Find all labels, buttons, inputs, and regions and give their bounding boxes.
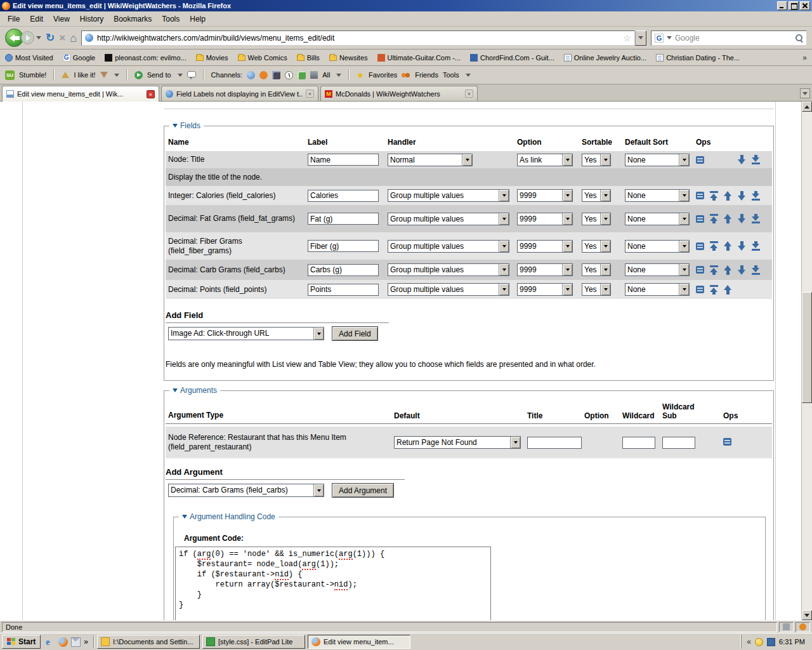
scrollbar-thumb[interactable] — [802, 292, 812, 403]
url-bar[interactable]: http://wikiweightwatchers.com/admin/buil… — [81, 30, 635, 46]
move-to-top-icon[interactable] — [710, 241, 718, 251]
handler-select[interactable]: Normal — [388, 154, 473, 166]
move-to-top-icon[interactable] — [710, 265, 718, 275]
move-up-icon[interactable] — [724, 285, 732, 295]
scroll-down-button[interactable] — [802, 610, 812, 620]
move-down-icon[interactable] — [738, 191, 746, 201]
bookmark-most-visited[interactable]: Most Visited — [5, 54, 53, 62]
tab-close-icon[interactable]: × — [306, 90, 314, 98]
channel-globe-icon[interactable] — [247, 71, 255, 79]
menu-tools[interactable]: Tools — [157, 13, 185, 25]
bookmark-folder-web-comics[interactable]: Web Comics — [238, 54, 287, 62]
menu-file[interactable]: File — [3, 13, 25, 25]
stop-icon[interactable]: × — [59, 32, 65, 43]
tray-icon-app[interactable] — [767, 638, 775, 646]
internet-explorer-icon[interactable]: e — [46, 637, 55, 647]
move-to-top-icon[interactable] — [710, 191, 718, 201]
task-button-documents[interactable]: I:\Documents and Settin... — [97, 635, 200, 649]
bookmark-folder-newsites[interactable]: Newsites — [329, 54, 368, 62]
move-to-bottom-icon[interactable] — [752, 155, 760, 164]
argument-code-box[interactable]: if (arg(0) == 'node' && is_numeric(arg(1… — [175, 547, 491, 620]
bookmark-star-icon[interactable]: ☆ — [623, 34, 631, 43]
tab-field-labels[interactable]: Field Labels not displaying in EditView … — [161, 86, 318, 101]
google-engine-icon[interactable]: G — [655, 34, 664, 43]
fields-legend[interactable]: Fields — [169, 121, 204, 130]
vertical-scrollbar[interactable] — [801, 102, 812, 620]
task-button-editpad[interactable]: [style.css] - EditPad Lite — [202, 635, 305, 649]
sortable-select[interactable]: Yes — [582, 154, 611, 166]
move-down-icon[interactable] — [738, 265, 746, 275]
bookmark-folder-bills[interactable]: Bills — [297, 54, 320, 62]
argument-wildcard-sub-input[interactable] — [662, 437, 695, 449]
menu-history[interactable]: History — [75, 13, 108, 25]
history-dropdown-icon[interactable] — [36, 36, 41, 39]
channel-games-icon[interactable] — [298, 71, 306, 79]
tab-mcdonalds[interactable]: M McDonalds | WikiWeightWatchers × — [320, 86, 478, 101]
bookmark-google[interactable]: GGoogle — [63, 54, 95, 62]
move-up-icon[interactable] — [724, 214, 732, 223]
channel-clock-icon[interactable] — [285, 71, 293, 79]
url-text[interactable]: http://wikiweightwatchers.com/admin/buil… — [97, 34, 619, 43]
add-argument-select[interactable]: Decimal: Carb Grams (field_carbs) — [168, 484, 324, 497]
stumble-button[interactable]: Stumble! — [19, 71, 46, 79]
handler-select[interactable]: Group multiple values — [388, 263, 509, 276]
field-label-input[interactable] — [308, 213, 379, 225]
bookmark-online-jewelry[interactable]: Online Jewelry Auctio... — [564, 54, 646, 62]
field-settings-icon[interactable] — [696, 192, 704, 199]
status-panel-1[interactable] — [779, 622, 794, 632]
default-sort-select[interactable]: None — [625, 283, 690, 296]
field-label-input[interactable] — [308, 284, 379, 296]
field-settings-icon[interactable] — [696, 156, 704, 164]
field-label-input[interactable] — [308, 154, 379, 166]
default-sort-select[interactable]: None — [625, 154, 690, 166]
handler-select[interactable]: Group multiple values — [388, 240, 509, 253]
tab-close-icon[interactable]: × — [147, 90, 155, 98]
dropdown-arrow-icon[interactable] — [336, 74, 341, 77]
argument-title-input[interactable] — [527, 437, 582, 449]
move-up-icon[interactable] — [724, 265, 732, 275]
search-box[interactable]: G Google — [651, 30, 807, 46]
search-icon[interactable] — [795, 34, 803, 42]
sortable-select[interactable]: Yes — [582, 283, 611, 296]
url-dropdown-button[interactable] — [635, 30, 646, 46]
option-select[interactable]: As link — [517, 154, 573, 166]
argument-wildcard-input[interactable] — [622, 437, 655, 449]
start-button[interactable]: Start — [2, 635, 41, 649]
field-label-input[interactable] — [308, 240, 379, 252]
status-panel-2[interactable] — [796, 622, 810, 632]
option-select[interactable]: 9999 — [517, 283, 573, 296]
send-to-button[interactable]: Send to — [147, 71, 171, 79]
field-settings-icon[interactable] — [696, 266, 704, 274]
add-argument-button[interactable]: Add Argument — [332, 483, 394, 498]
bookmark-chordfind[interactable]: ChordFind.Com - Guit... — [470, 54, 554, 62]
option-select[interactable]: 9999 — [517, 213, 573, 225]
tools-dropdown[interactable]: Tools — [443, 71, 459, 79]
move-down-icon[interactable] — [738, 241, 746, 251]
menu-edit[interactable]: Edit — [25, 13, 48, 25]
move-to-bottom-icon[interactable] — [752, 265, 760, 275]
move-to-top-icon[interactable] — [710, 214, 718, 223]
home-icon[interactable]: ⌂ — [70, 32, 77, 44]
sortable-select[interactable]: Yes — [582, 240, 611, 253]
menu-view[interactable]: View — [48, 13, 75, 25]
comment-bubble-icon[interactable] — [187, 71, 196, 77]
argument-default-select[interactable]: Return Page Not Found — [394, 436, 521, 449]
firefox-quicklaunch-icon[interactable] — [58, 637, 68, 647]
scroll-up-button[interactable] — [802, 102, 812, 112]
list-all-tabs-button[interactable] — [800, 88, 810, 98]
move-up-icon[interactable] — [724, 191, 732, 201]
refresh-icon[interactable]: ↻ — [46, 32, 55, 43]
like-button[interactable]: I like it! — [74, 71, 95, 79]
move-to-bottom-icon[interactable] — [752, 241, 760, 251]
mail-icon[interactable] — [71, 637, 81, 647]
friends-button[interactable]: Friends — [415, 71, 438, 79]
sortable-select[interactable]: Yes — [582, 189, 611, 202]
maximize-button[interactable] — [789, 1, 799, 10]
default-sort-select[interactable]: None — [625, 263, 690, 276]
field-settings-icon[interactable] — [696, 215, 704, 223]
handler-select[interactable]: Group multiple values — [388, 283, 509, 296]
task-button-firefox[interactable]: Edit view menu_item... — [308, 635, 410, 649]
move-to-top-icon[interactable] — [710, 285, 718, 295]
channel-people-icon[interactable] — [259, 71, 268, 79]
move-up-icon[interactable] — [724, 241, 732, 251]
